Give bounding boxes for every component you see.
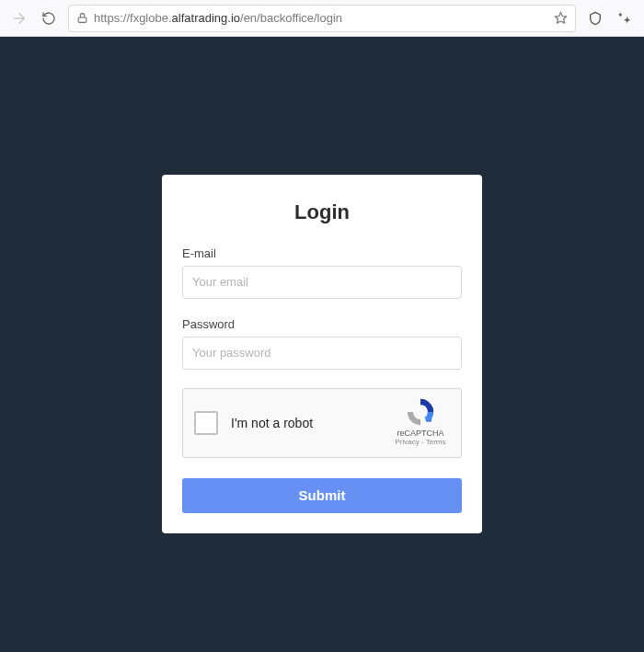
svg-rect-1: [78, 17, 86, 22]
recaptcha-widget: I'm not a robot reCAPTCHA Privacy - Term…: [182, 388, 462, 458]
recaptcha-links: Privacy - Terms: [391, 438, 450, 446]
recaptcha-brand: reCAPTCHA Privacy - Terms: [391, 396, 450, 446]
recaptcha-icon: [405, 396, 436, 428]
password-label: Password: [182, 317, 462, 331]
lock-icon: [76, 12, 88, 24]
url-text: https://fxglobe.alfatrading.io/en/backof…: [94, 11, 548, 25]
login-card: Login E-mail Password I'm not a robot: [162, 175, 482, 533]
reload-button[interactable]: [39, 8, 59, 29]
address-bar[interactable]: https://fxglobe.alfatrading.io/en/backof…: [68, 5, 576, 32]
recaptcha-terms-link[interactable]: Terms: [426, 438, 446, 446]
shield-icon[interactable]: [585, 8, 605, 29]
login-title: Login: [182, 200, 462, 224]
email-input[interactable]: [182, 266, 462, 299]
submit-button[interactable]: Submit: [182, 478, 462, 513]
recaptcha-label: I'm not a robot: [231, 416, 313, 430]
sparkle-icon[interactable]: [615, 8, 635, 29]
recaptcha-brand-name: reCAPTCHA: [391, 429, 450, 438]
recaptcha-privacy-link[interactable]: Privacy: [396, 438, 420, 446]
page-content: Login E-mail Password I'm not a robot: [0, 37, 644, 652]
email-label: E-mail: [182, 246, 462, 260]
browser-toolbar: https://fxglobe.alfatrading.io/en/backof…: [0, 0, 644, 37]
password-input[interactable]: [182, 337, 462, 370]
back-button: [9, 8, 29, 29]
svg-marker-2: [555, 12, 567, 23]
bookmark-icon[interactable]: [554, 11, 568, 25]
recaptcha-checkbox[interactable]: [194, 411, 218, 435]
